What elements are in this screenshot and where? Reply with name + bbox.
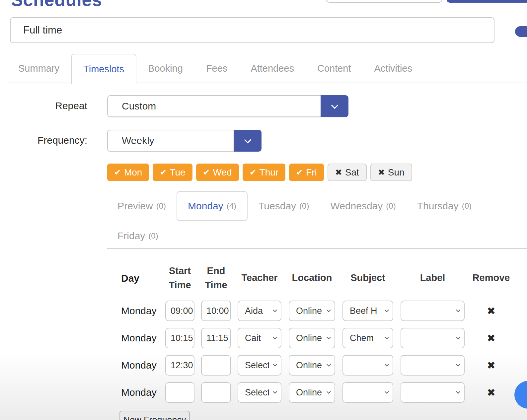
repeat-select[interactable]: Custom <box>107 95 348 117</box>
header-start-time: Start Time <box>165 261 194 295</box>
day-toggle-mon[interactable]: ✔Mon <box>107 164 149 181</box>
chevron-down-icon <box>244 136 251 143</box>
start-time-input[interactable] <box>165 382 194 403</box>
label-select[interactable] <box>401 382 465 403</box>
chevron-down-icon <box>273 362 277 367</box>
tab-content[interactable]: Content <box>306 54 363 83</box>
chevron-down-icon <box>327 335 331 339</box>
chevron-down-icon <box>273 308 277 312</box>
chevron-down-icon <box>456 389 460 394</box>
table-row: MondayCaitOnlineChem✖ <box>0 324 527 352</box>
day-tab-wednesday[interactable]: Wednesday(0) <box>320 191 406 221</box>
header-remove: Remove <box>475 261 508 295</box>
chevron-down-icon <box>327 362 331 367</box>
day-tab-label: Preview <box>117 200 153 212</box>
day-tab-label: Friday <box>117 230 145 242</box>
tab-attendees[interactable]: Attendees <box>239 54 306 83</box>
timeslot-table-body: MondayAidaOnlineBeef H✖MondayCaitOnlineC… <box>0 297 527 406</box>
teacher-select[interactable]: Cait <box>238 328 281 348</box>
tab-summary[interactable]: Summary <box>7 54 71 83</box>
location-select-value: Online <box>296 360 322 371</box>
label-select[interactable] <box>401 355 465 376</box>
day-toggle-fri[interactable]: ✔Fri <box>289 164 324 181</box>
row-day-label: Monday <box>121 305 157 316</box>
chevron-down-icon <box>456 308 460 312</box>
day-toggle-bar: ✔Mon✔Tue✔Wed✔Thur✔Fri✖Sat✖Sun <box>107 164 412 181</box>
row-day-cell: Monday <box>117 324 163 352</box>
chevron-down-icon <box>273 389 277 394</box>
tab-fees[interactable]: Fees <box>194 54 239 83</box>
day-toggle-sun[interactable]: ✖Sun <box>370 164 412 181</box>
toggle-switch[interactable] <box>515 26 527 37</box>
location-select[interactable]: Online <box>289 355 335 376</box>
x-icon: ✖ <box>335 168 342 176</box>
remove-row-button[interactable]: ✖ <box>487 359 495 372</box>
top-action-button[interactable] <box>447 0 527 3</box>
check-icon: ✔ <box>114 168 121 176</box>
schedules-page: Schedules SummaryTimeslotsBookingFeesAtt… <box>0 0 527 420</box>
tab-timeslots[interactable]: Timeslots <box>71 54 136 84</box>
remove-row-button[interactable]: ✖ <box>487 386 495 399</box>
day-tab-thursday[interactable]: Thursday(0) <box>407 191 482 221</box>
label-select[interactable] <box>401 301 465 321</box>
day-tab-count: (0) <box>148 231 158 241</box>
repeat-dropdown-button[interactable] <box>321 95 348 117</box>
frequency-select[interactable]: Weekly <box>107 130 262 152</box>
table-row: MondaySelectOnline✖ <box>0 379 527 406</box>
chevron-down-icon <box>273 335 277 339</box>
teacher-select[interactable]: Select <box>238 355 281 376</box>
day-tab-label: Tuesday <box>258 200 296 212</box>
location-select[interactable]: Online <box>289 382 335 403</box>
new-frequency-button[interactable]: New Frequency <box>119 411 190 420</box>
header-subject: Subject <box>342 261 393 295</box>
subject-select[interactable]: Chem <box>342 328 393 348</box>
teacher-select[interactable]: Aida <box>238 301 281 321</box>
day-tab-label: Thursday <box>417 200 459 212</box>
search-input[interactable] <box>326 0 442 3</box>
end-time-input[interactable] <box>201 382 231 403</box>
tab-bar: SummaryTimeslotsBookingFeesAttendeesCont… <box>7 54 527 83</box>
location-select[interactable]: Online <box>289 301 335 321</box>
chevron-down-icon <box>385 308 389 312</box>
location-select-value: Online <box>296 387 322 398</box>
remove-row-button[interactable]: ✖ <box>487 332 495 344</box>
label-select[interactable] <box>401 328 465 348</box>
subject-select[interactable] <box>342 382 393 403</box>
chevron-down-icon <box>327 308 331 312</box>
end-time-input[interactable] <box>201 328 231 348</box>
start-time-input[interactable] <box>165 301 194 321</box>
x-icon: ✖ <box>378 168 385 176</box>
day-tab-count: (4) <box>227 201 236 211</box>
teacher-select[interactable]: Select <box>238 382 281 403</box>
start-time-input[interactable] <box>165 328 194 348</box>
day-toggle-label: Sat <box>345 167 359 178</box>
day-toggle-wed[interactable]: ✔Wed <box>196 164 239 181</box>
subject-select[interactable]: Beef H <box>342 301 393 321</box>
row-day-label: Monday <box>121 332 157 344</box>
header-location: Location <box>289 261 335 295</box>
day-tab-monday[interactable]: Monday(4) <box>177 191 248 221</box>
schedule-name-input[interactable] <box>10 17 494 43</box>
day-tab-label: Wednesday <box>330 200 383 212</box>
end-time-input[interactable] <box>201 301 231 321</box>
remove-row-button[interactable]: ✖ <box>487 305 495 317</box>
row-day-cell: Monday <box>117 352 163 379</box>
day-toggle-tue[interactable]: ✔Tue <box>153 164 192 181</box>
day-toggle-label: Wed <box>213 167 232 178</box>
frequency-dropdown-button[interactable] <box>234 130 262 152</box>
day-toggle-thur[interactable]: ✔Thur <box>243 164 286 181</box>
table-row: MondayAidaOnlineBeef H✖ <box>0 297 527 324</box>
day-toggle-sat[interactable]: ✖Sat <box>328 164 367 181</box>
tab-booking[interactable]: Booking <box>136 54 194 83</box>
start-time-input[interactable] <box>165 355 194 376</box>
subject-select[interactable] <box>342 355 393 376</box>
location-select[interactable]: Online <box>289 328 335 348</box>
day-tab-preview[interactable]: Preview(0) <box>107 191 177 221</box>
chevron-down-icon <box>327 389 331 394</box>
day-tab-friday[interactable]: Friday(0) <box>107 221 169 251</box>
end-time-input[interactable] <box>201 355 231 376</box>
day-tab-tuesday[interactable]: Tuesday(0) <box>248 191 320 221</box>
tab-activities[interactable]: Activities <box>363 54 424 83</box>
teacher-select-value: Select <box>245 360 269 371</box>
chevron-down-icon <box>385 335 389 339</box>
